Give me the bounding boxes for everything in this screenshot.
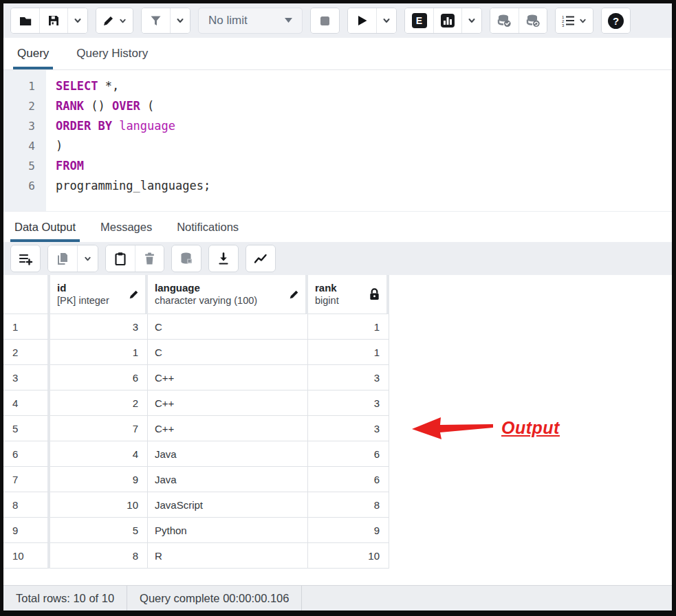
table-row: 95Python9 (3, 518, 389, 543)
stop-button[interactable] (311, 8, 339, 33)
tab-notifications[interactable]: Notifications (177, 212, 239, 242)
edit-dropdown-button[interactable] (96, 8, 133, 33)
corner-header-cell[interactable] (3, 275, 50, 314)
download-group (208, 245, 239, 272)
tab-query[interactable]: Query (17, 38, 49, 69)
pencil-icon (128, 289, 140, 300)
explain-button[interactable]: E (405, 8, 433, 33)
row-number-cell[interactable]: 6 (3, 441, 50, 467)
tab-messages[interactable]: Messages (100, 212, 152, 242)
language-cell[interactable]: Python (148, 518, 308, 543)
chevron-down-icon (382, 16, 391, 25)
code-line[interactable]: FROM (56, 156, 672, 176)
language-cell[interactable]: C (148, 314, 308, 340)
sql-code[interactable]: SELECT *,RANK () OVER (ORDER BY language… (46, 70, 672, 211)
id-cell[interactable]: 5 (50, 518, 148, 543)
row-number-cell[interactable]: 1 (3, 314, 50, 340)
id-cell[interactable]: 6 (50, 365, 148, 390)
rank-cell[interactable]: 1 (308, 314, 389, 340)
sql-editor[interactable]: 123456 SELECT *,RANK () OVER (ORDER BY l… (3, 70, 672, 211)
language-cell[interactable]: C++ (148, 365, 308, 390)
explain-dropdown-button[interactable] (461, 8, 481, 33)
rank-cell[interactable]: 6 (308, 441, 389, 467)
table-row: 21C1 (3, 340, 389, 365)
rank-cell[interactable]: 10 (308, 543, 389, 569)
copy-dropdown-button[interactable] (77, 245, 98, 272)
language-cell[interactable]: C++ (148, 390, 308, 416)
filter-dropdown-button[interactable] (170, 8, 190, 33)
column-header-language[interactable]: language character varying (100) (148, 275, 308, 314)
chart-button[interactable] (246, 245, 275, 272)
code-line[interactable]: ORDER BY language (56, 116, 672, 136)
copy-button[interactable] (48, 245, 77, 272)
tab-data-output[interactable]: Data Output (14, 212, 76, 242)
results-tbody: 13C121C136C++342C++357C++364Java679Java6… (3, 314, 389, 569)
id-cell[interactable]: 10 (50, 492, 148, 518)
execute-dropdown-button[interactable] (376, 8, 396, 33)
rank-cell[interactable]: 3 (308, 390, 389, 416)
add-row-button[interactable] (11, 245, 40, 272)
column-header-id[interactable]: id [PK] integer (50, 275, 148, 314)
language-cell[interactable]: R (148, 543, 308, 569)
row-number-cell[interactable]: 2 (3, 340, 50, 365)
chart-group (246, 245, 276, 272)
rank-cell[interactable]: 3 (308, 365, 389, 390)
row-number-cell[interactable]: 10 (3, 543, 50, 569)
language-cell[interactable]: C++ (148, 416, 308, 441)
id-cell[interactable]: 8 (50, 543, 148, 569)
row-number-cell[interactable]: 8 (3, 492, 50, 518)
limit-select[interactable]: No limit (198, 8, 303, 34)
copy-group (47, 245, 98, 272)
rank-cell[interactable]: 1 (308, 340, 389, 365)
id-cell[interactable]: 7 (50, 416, 148, 441)
filter-button[interactable] (142, 8, 170, 33)
execute-button[interactable] (348, 8, 376, 33)
save-data-button[interactable] (172, 245, 201, 272)
rank-cell[interactable]: 9 (308, 518, 389, 543)
id-cell[interactable]: 2 (50, 390, 148, 416)
chevron-down-icon (83, 254, 92, 263)
tab-query-history[interactable]: Query History (76, 38, 148, 69)
language-cell[interactable]: Java (148, 467, 308, 492)
language-cell[interactable]: Java (148, 441, 308, 467)
code-line[interactable]: ) (56, 136, 672, 156)
column-header-rank[interactable]: rank bigint (308, 275, 389, 314)
id-cell[interactable]: 3 (50, 314, 148, 340)
id-cell[interactable]: 1 (50, 340, 148, 365)
save-button[interactable] (39, 8, 67, 33)
download-button[interactable] (209, 245, 238, 272)
row-number-cell[interactable]: 7 (3, 467, 50, 492)
paste-delete-group (105, 245, 164, 272)
language-cell[interactable]: C (148, 340, 308, 365)
table-row: 13C1 (3, 314, 389, 340)
language-cell[interactable]: JavaScript (148, 492, 308, 518)
line-number-gutter: 123456 (3, 70, 46, 211)
code-line[interactable]: RANK () OVER ( (56, 96, 672, 116)
id-cell[interactable]: 9 (50, 467, 148, 492)
triangle-down-icon (285, 18, 292, 23)
line-number: 5 (3, 156, 46, 176)
row-number-cell[interactable]: 3 (3, 365, 50, 390)
help-button[interactable]: ? (602, 8, 630, 33)
funnel-icon (149, 14, 162, 27)
row-number-cell[interactable]: 4 (3, 390, 50, 416)
save-dropdown-button[interactable] (67, 8, 87, 33)
status-bar: Total rows: 10 of 10 Query complete 00:0… (3, 585, 672, 610)
code-line[interactable]: SELECT *, (56, 76, 672, 96)
id-cell[interactable]: 4 (50, 441, 148, 467)
rank-cell[interactable]: 3 (308, 416, 389, 441)
rank-cell[interactable]: 6 (308, 467, 389, 492)
rollback-button[interactable] (519, 8, 547, 33)
macros-dropdown-button[interactable]: 1 2 3 (556, 8, 593, 33)
row-number-cell[interactable]: 9 (3, 518, 50, 543)
delete-row-button[interactable] (135, 245, 164, 272)
explain-analyze-button[interactable] (433, 8, 461, 33)
row-number-cell[interactable]: 5 (3, 416, 50, 441)
open-file-button[interactable] (11, 8, 39, 33)
folder-icon (19, 14, 32, 28)
paste-button[interactable] (106, 245, 135, 272)
commit-button[interactable] (490, 8, 519, 33)
rank-cell[interactable]: 8 (308, 492, 389, 518)
table-row: 42C++3 (3, 390, 389, 416)
code-line[interactable]: programming_languages; (56, 176, 672, 196)
